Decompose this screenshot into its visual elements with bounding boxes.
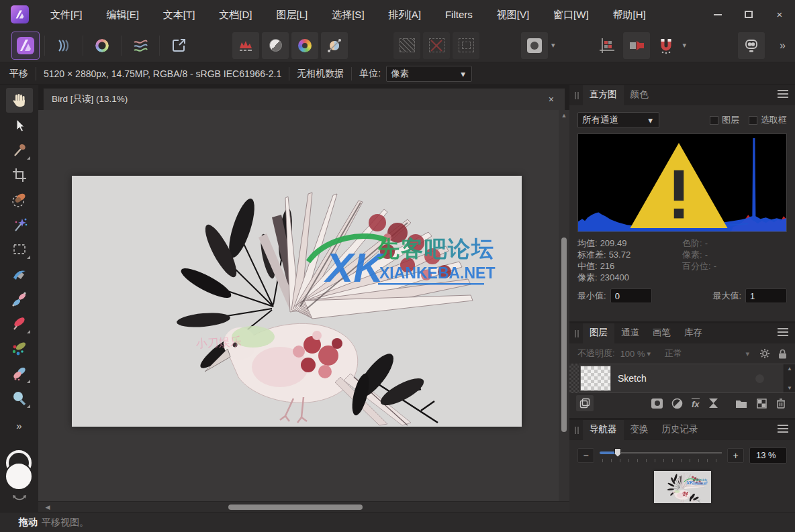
layers-scrollbar[interactable]: ▲ ▼ bbox=[784, 364, 795, 392]
view-hand-tool[interactable] bbox=[6, 88, 33, 113]
tab-close-icon[interactable]: × bbox=[546, 94, 557, 105]
layer-row[interactable]: Sketch ▲ ▼ bbox=[569, 364, 795, 393]
toolbar-overflow-icon[interactable]: » bbox=[780, 40, 786, 52]
zoom-slider[interactable] bbox=[600, 447, 722, 464]
erase-brush-tool[interactable] bbox=[6, 361, 33, 386]
adjustment-layer-icon[interactable] bbox=[671, 398, 683, 409]
photo-persona-button[interactable] bbox=[12, 32, 39, 59]
tab-brushes[interactable]: 画笔 bbox=[646, 323, 677, 343]
auto-colour-button[interactable] bbox=[291, 32, 318, 59]
horizontal-scrollbar[interactable]: ◀ bbox=[38, 501, 569, 512]
tab-transform[interactable]: 变换 bbox=[624, 420, 655, 440]
clone-brush-tool[interactable] bbox=[6, 286, 33, 311]
close-button[interactable]: × bbox=[764, 0, 795, 29]
assets-transform-button[interactable] bbox=[623, 32, 650, 59]
lock-icon[interactable] bbox=[778, 349, 787, 359]
flood-select-tool[interactable] bbox=[6, 212, 33, 237]
vertical-scroll-thumb[interactable] bbox=[561, 237, 567, 432]
zoom-in-button[interactable]: + bbox=[727, 448, 744, 463]
swap-colours-icon[interactable] bbox=[11, 494, 28, 502]
zoom-slider-handle[interactable] bbox=[614, 448, 621, 457]
marquee-checkbox[interactable]: 选取框 bbox=[749, 114, 787, 126]
panel-drag-handle[interactable] bbox=[575, 92, 579, 99]
tone-mapping-persona-button[interactable] bbox=[127, 32, 154, 59]
more-tools-icon[interactable]: » bbox=[16, 420, 21, 431]
mask-mode-button[interactable] bbox=[521, 32, 548, 59]
zoom-out-button[interactable]: − bbox=[577, 448, 594, 463]
vertical-scrollbar[interactable]: ▲ bbox=[559, 110, 569, 501]
fill-colour-swatch[interactable] bbox=[5, 462, 33, 490]
channel-select[interactable]: 所有通道 ▾ bbox=[577, 112, 659, 128]
canvas-viewport[interactable]: ▲ bbox=[38, 110, 569, 501]
chevron-down-icon[interactable]: ▾ bbox=[647, 350, 651, 358]
deselect-button[interactable] bbox=[423, 32, 450, 59]
scroll-up-icon[interactable]: ▲ bbox=[787, 366, 792, 372]
menu-select[interactable]: 选择[S] bbox=[320, 0, 376, 29]
scroll-up-icon[interactable]: ▲ bbox=[559, 110, 569, 121]
auto-contrast-button[interactable] bbox=[262, 32, 289, 59]
menu-help[interactable]: 帮助[H] bbox=[601, 0, 658, 29]
tab-histogram[interactable]: 直方图 bbox=[583, 85, 624, 105]
layer-drag-handle-icon[interactable] bbox=[569, 364, 579, 393]
develop-persona-button[interactable] bbox=[89, 32, 115, 59]
export-persona-button[interactable] bbox=[165, 32, 192, 59]
minimize-button[interactable] bbox=[702, 0, 733, 29]
new-layer-icon[interactable] bbox=[757, 398, 767, 409]
assistant-robot-button[interactable] bbox=[738, 32, 765, 59]
menu-filters[interactable]: Filters bbox=[433, 0, 485, 29]
paint-mixer-brush-tool[interactable] bbox=[6, 262, 33, 286]
rectangular-marquee-tool[interactable] bbox=[6, 237, 33, 262]
canvas[interactable] bbox=[72, 176, 522, 427]
live-filter-icon[interactable] bbox=[708, 398, 718, 409]
layer-effects-icon[interactable]: fx bbox=[692, 398, 700, 409]
mask-mode-chevron-icon[interactable]: ▾ bbox=[551, 41, 555, 50]
document-tab[interactable]: Bird [只读] (13.1%) × bbox=[43, 88, 565, 110]
tab-history[interactable]: 历史记录 bbox=[655, 420, 705, 440]
mask-layer-icon[interactable] bbox=[651, 398, 663, 409]
blend-mode-select[interactable]: 正常 bbox=[665, 348, 682, 360]
panel-menu-icon[interactable] bbox=[778, 328, 788, 336]
tab-channels[interactable]: 通道 bbox=[614, 323, 646, 343]
panel-menu-icon[interactable] bbox=[778, 425, 788, 433]
tab-stock[interactable]: 库存 bbox=[677, 323, 709, 343]
crop-tool[interactable] bbox=[6, 162, 33, 187]
layer-thumbnail[interactable] bbox=[580, 366, 611, 391]
tab-layers[interactable]: 图层 bbox=[583, 323, 614, 343]
scroll-left-icon[interactable]: ◀ bbox=[42, 502, 53, 513]
group-layers-icon[interactable] bbox=[735, 398, 747, 409]
panel-menu-icon[interactable] bbox=[778, 90, 788, 98]
select-border-button[interactable] bbox=[453, 32, 479, 59]
horizontal-scroll-thumb[interactable] bbox=[228, 504, 363, 510]
min-input[interactable] bbox=[610, 288, 652, 303]
auto-white-balance-button[interactable] bbox=[321, 32, 348, 59]
snapping-chevron-icon[interactable]: ▾ bbox=[683, 41, 687, 50]
scroll-down-icon[interactable]: ▼ bbox=[787, 385, 792, 391]
menu-edit[interactable]: 编辑[E] bbox=[95, 0, 151, 29]
paint-brush-tool[interactable] bbox=[6, 311, 33, 336]
liquify-persona-button[interactable] bbox=[50, 32, 77, 59]
snapping-magnet-button[interactable] bbox=[653, 32, 680, 59]
layer-checkbox[interactable]: 图层 bbox=[710, 114, 739, 126]
pixel-brush-tool[interactable] bbox=[6, 336, 33, 361]
pixel-grid-button[interactable] bbox=[594, 32, 620, 59]
gear-icon[interactable] bbox=[759, 348, 770, 359]
layer-visibility-toggle[interactable] bbox=[755, 374, 764, 383]
zoom-value-input[interactable]: 13 % bbox=[749, 447, 787, 464]
colour-picker-tool[interactable] bbox=[6, 138, 33, 162]
auto-levels-histogram-button[interactable] bbox=[232, 32, 259, 59]
chevron-down-icon[interactable]: ▾ bbox=[745, 350, 749, 358]
menu-window[interactable]: 窗口[W] bbox=[541, 0, 601, 29]
unit-select[interactable]: 像素 ▾ bbox=[386, 66, 472, 82]
blur-tool[interactable] bbox=[6, 386, 33, 411]
opacity-value[interactable]: 100 % bbox=[620, 349, 645, 359]
menu-document[interactable]: 文档[D] bbox=[207, 0, 264, 29]
flood-select-toggle[interactable] bbox=[393, 32, 420, 59]
menu-arrange[interactable]: 排列[A] bbox=[377, 0, 433, 29]
menu-layer[interactable]: 图层[L] bbox=[265, 0, 320, 29]
menu-view[interactable]: 视图[V] bbox=[485, 0, 541, 29]
duplicate-layer-icon[interactable] bbox=[576, 395, 594, 411]
maximize-button[interactable] bbox=[733, 0, 764, 29]
tab-navigator[interactable]: 导航器 bbox=[583, 420, 624, 440]
menu-file[interactable]: 文件[F] bbox=[38, 0, 95, 29]
panel-drag-handle[interactable] bbox=[575, 330, 579, 337]
